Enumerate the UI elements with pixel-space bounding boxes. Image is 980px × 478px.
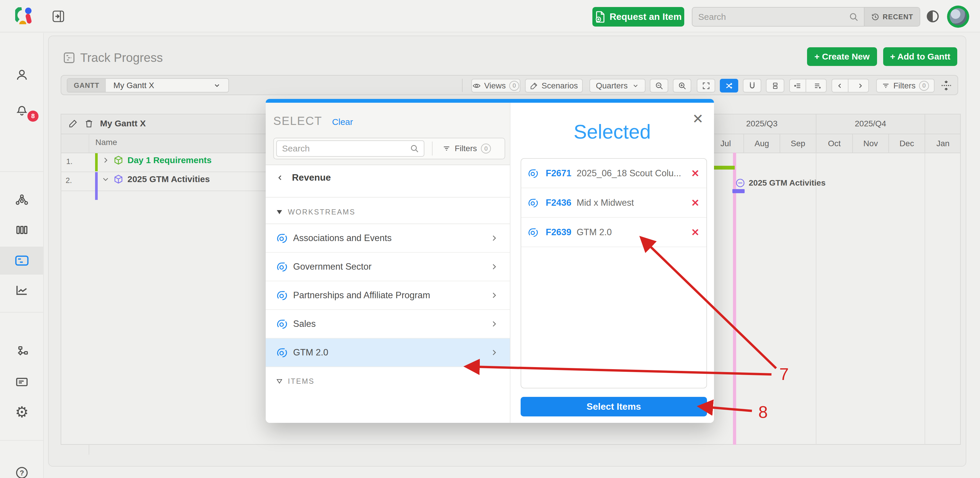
- user-avatar[interactable]: [947, 6, 969, 28]
- selected-item-f2671[interactable]: F2671 2025_06_18 Scout Colu... ✕: [521, 159, 706, 188]
- workstreams-section-header[interactable]: WORKSTREAMS: [276, 208, 356, 216]
- row-height-toggle[interactable]: [940, 79, 953, 92]
- recent-label: RECENT: [883, 13, 913, 21]
- search-icon[interactable]: [849, 8, 864, 26]
- page-title: Track Progress: [80, 51, 163, 65]
- row-number: 1.: [66, 157, 73, 166]
- remove-item-icon[interactable]: ✕: [691, 226, 700, 238]
- pen-icon: [530, 82, 538, 90]
- month-header: Nov: [852, 134, 888, 153]
- scenarios-button[interactable]: Scenarios: [525, 79, 583, 92]
- workstream-row-partnerships[interactable]: Partnerships and Affiliate Program: [266, 281, 510, 310]
- select-items-button[interactable]: Select Items: [520, 397, 707, 416]
- zoom-in-button[interactable]: [673, 79, 691, 92]
- search-icon[interactable]: [410, 144, 419, 153]
- gantt-board-icon: [14, 253, 29, 268]
- gantt-title: My Gantt X: [100, 118, 146, 128]
- name-column-header: Name: [95, 138, 117, 147]
- eye-icon: [473, 82, 480, 90]
- divider: [266, 197, 510, 198]
- table-row-gtm[interactable]: 2025 GTM Activities: [102, 174, 210, 184]
- workstream-row-government[interactable]: Government Sector: [266, 253, 510, 281]
- collapse-group-icon[interactable]: [734, 177, 746, 189]
- selected-item-name: Mid x Midwest: [577, 198, 634, 208]
- dependencies-toggle-active[interactable]: [720, 79, 738, 92]
- selected-list: F2671 2025_06_18 Scout Colu... ✕ F2436 M…: [520, 158, 707, 389]
- zoom-level-value: Quarters: [596, 81, 628, 91]
- chevron-right-icon: [490, 234, 498, 242]
- create-new-button[interactable]: + Create New: [807, 47, 877, 66]
- selected-item-code: F2436: [546, 198, 571, 208]
- theme-contrast-toggle[interactable]: [926, 10, 939, 23]
- avatar-photo: [950, 8, 967, 25]
- app-logo: [15, 7, 32, 26]
- workstream-label: Partnerships and Affiliate Program: [293, 290, 430, 301]
- hierarchy-icon: [14, 193, 29, 207]
- sidebar-item-profile[interactable]: [0, 61, 44, 89]
- zoom-out-button[interactable]: [650, 79, 668, 92]
- clock-icon: [871, 13, 880, 21]
- workstream-row-associations[interactable]: Associations and Events: [266, 224, 510, 253]
- sidebar-item-notes[interactable]: [0, 368, 44, 396]
- notification-badge: 8: [27, 111, 38, 122]
- gantt-toolbar: GANTT My Gantt X Views 0 Scenarios: [60, 75, 958, 95]
- logo-green-arc: [16, 8, 22, 21]
- workstream-row-sales[interactable]: Sales: [266, 310, 510, 338]
- sidebar-item-workflow[interactable]: [0, 338, 44, 366]
- sidebar-item-gantt-active[interactable]: [0, 247, 44, 275]
- zoom-level-select[interactable]: Quarters: [589, 79, 646, 92]
- remove-item-icon[interactable]: ✕: [691, 167, 700, 179]
- help-icon: ?: [15, 466, 29, 478]
- workstream-row-gtm-selected[interactable]: GTM 2.0: [266, 338, 510, 367]
- month-header: Oct: [816, 134, 852, 153]
- pan-right-button[interactable]: [852, 80, 868, 92]
- expand-panel-icon[interactable]: [51, 10, 65, 23]
- views-button[interactable]: Views 0: [471, 79, 520, 92]
- gridline-q4: [816, 153, 816, 445]
- sidebar-item-notifications[interactable]: 8: [0, 96, 44, 123]
- pan-left-button[interactable]: [832, 80, 848, 92]
- breadcrumb-back[interactable]: Revenue: [276, 172, 331, 183]
- stack-rows-button[interactable]: [766, 79, 784, 92]
- magnet-button[interactable]: [743, 79, 761, 92]
- items-section-header[interactable]: ITEMS: [276, 377, 314, 386]
- sidebar-item-settings[interactable]: ⚙: [0, 398, 44, 426]
- gantt-milestone-bar[interactable]: [732, 189, 745, 193]
- sidebar-item-columns[interactable]: [0, 216, 44, 244]
- link-curves-icon: [725, 81, 733, 90]
- request-an-item-button[interactable]: Request an Item: [592, 7, 684, 27]
- fullscreen-button[interactable]: [697, 79, 715, 92]
- workstream-label: Government Sector: [293, 261, 372, 272]
- expand-chevron-icon[interactable]: [102, 156, 110, 164]
- selected-item-f2639[interactable]: F2639 GTM 2.0 ✕: [521, 218, 706, 247]
- modal-picker-panel: SELECT Clear Filters: [266, 103, 510, 423]
- items-header-label: ITEMS: [288, 377, 314, 386]
- month-header: Sep: [780, 134, 816, 153]
- sidebar-divider: [0, 312, 44, 312]
- recent-button[interactable]: RECENT: [864, 8, 920, 26]
- edit-pencil-icon[interactable]: [68, 119, 78, 128]
- filters-button[interactable]: Filters 0: [876, 79, 934, 92]
- trash-icon[interactable]: [84, 119, 94, 128]
- picker-filters-button[interactable]: Filters 0: [442, 143, 491, 153]
- selected-item-f2436[interactable]: F2436 Mid x Midwest ✕: [521, 188, 706, 218]
- sidebar-item-charts[interactable]: [0, 276, 44, 304]
- global-search-input[interactable]: [692, 8, 849, 26]
- table-row-day1[interactable]: Day 1 Requirements: [102, 155, 212, 165]
- scenarios-label: Scenarios: [542, 81, 578, 91]
- logo-blue-dot: [25, 8, 32, 14]
- clear-link[interactable]: Clear: [332, 117, 353, 127]
- sidebar-item-help[interactable]: ?: [0, 459, 44, 478]
- gantt-name-dropdown[interactable]: My Gantt X: [106, 79, 228, 92]
- list-detail-button[interactable]: [790, 80, 806, 92]
- remove-item-icon[interactable]: ✕: [691, 197, 700, 209]
- list-add-button[interactable]: [810, 80, 826, 92]
- list-add-icon: [813, 81, 822, 90]
- modal-selected-panel: ✕ Selected F2671 2025_06_18 Scout Colu..…: [510, 103, 714, 423]
- cube-icon-purple: [113, 174, 123, 184]
- collapse-chevron-icon[interactable]: [102, 175, 110, 183]
- picker-search-input[interactable]: [277, 143, 410, 153]
- add-to-gantt-button[interactable]: + Add to Gantt: [883, 47, 957, 66]
- picker-filters-label: Filters: [455, 144, 477, 153]
- sidebar-item-hierarchy[interactable]: [0, 186, 44, 214]
